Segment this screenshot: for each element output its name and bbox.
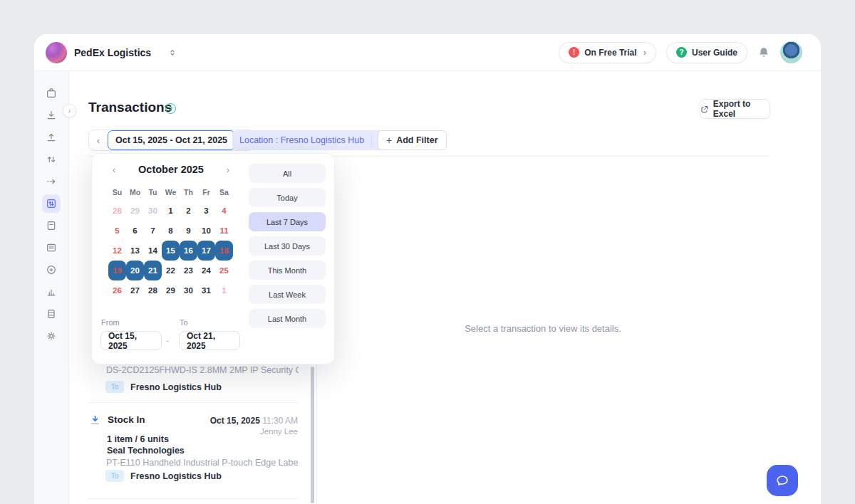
weekday-label: Su — [108, 188, 126, 196]
sidebar-item-stock-out[interactable] — [42, 128, 61, 147]
location-filter-chip[interactable]: Location : Fresno Logistics Hub × — [232, 130, 390, 150]
transaction-product: DS-2CD2125FHWD-IS 2.8MM 2MP IP Security … — [106, 365, 299, 375]
from-date-input[interactable]: Oct 15, 2025 — [100, 331, 162, 350]
sidebar-item-transfer[interactable] — [42, 150, 61, 169]
header-actions: ! On Free Trial › ? User Guide — [559, 41, 802, 63]
export-to-excel-button[interactable]: Export to Excel — [700, 99, 770, 119]
calendar-day[interactable]: 21 — [144, 261, 162, 280]
date-range-input[interactable]: Oct 15, 2025 - Oct 21, 2025 — [108, 130, 235, 150]
sidebar-item-layouts[interactable] — [42, 238, 61, 257]
calendar-day[interactable]: 6 — [126, 221, 144, 241]
prev-range-button[interactable]: ‹ — [89, 130, 108, 150]
transaction-summary: 1 item / 6 units — [107, 434, 169, 444]
export-label: Export to Excel — [713, 99, 770, 119]
calendar-day[interactable]: 13 — [126, 241, 144, 261]
calendar-day[interactable]: 22 — [162, 261, 180, 280]
to-badge: To — [105, 470, 124, 482]
calendar-day[interactable]: 20 — [126, 261, 144, 280]
calendar-day[interactable]: 29 — [126, 201, 144, 221]
stock-in-icon — [89, 414, 101, 429]
page-help-icon[interactable]: ? — [165, 103, 176, 114]
calendar-day[interactable]: 4 — [215, 201, 233, 221]
calendar-day[interactable]: 30 — [180, 280, 197, 300]
transaction-datetime: Oct 15, 2025 11:30 AM — [162, 416, 298, 426]
calendar-day[interactable]: 5 — [108, 221, 126, 241]
calendar-day[interactable]: 11 — [215, 221, 233, 241]
chat-launcher-button[interactable] — [767, 465, 798, 496]
calendar-day[interactable]: 23 — [180, 261, 197, 280]
sidebar-item-settings[interactable] — [42, 327, 61, 345]
calendar-day[interactable]: 12 — [108, 241, 126, 261]
notifications-bell-icon[interactable] — [757, 46, 770, 59]
org-switcher-chevrons-icon[interactable] — [168, 48, 177, 58]
calendar-day[interactable]: 30 — [144, 201, 162, 221]
weekday-label: Sa — [215, 188, 233, 196]
add-filter-button[interactable]: + Add Filter — [378, 130, 447, 150]
user-guide-button[interactable]: ? User Guide — [666, 42, 747, 63]
to-date-input[interactable]: Oct 21, 2025 — [179, 331, 240, 350]
sidebar-item-stock-in[interactable] — [42, 106, 61, 125]
calendar-day[interactable]: 14 — [144, 241, 162, 261]
calendar-day[interactable]: 24 — [197, 261, 215, 280]
sidebar-item-reports[interactable] — [42, 283, 61, 301]
user-avatar[interactable] — [780, 41, 802, 63]
calendar-day[interactable]: 15 — [162, 241, 180, 261]
quick-range-today[interactable]: Today — [249, 188, 326, 207]
quick-range-last-week[interactable]: Last Week — [249, 285, 326, 304]
sidebar-item-inventory-box[interactable] — [42, 84, 61, 103]
detail-empty-message: Select a transaction to view its details… — [316, 323, 770, 334]
sidebar-item-add-new[interactable] — [42, 261, 61, 279]
list-divider — [88, 402, 299, 403]
prev-month-icon[interactable]: ‹ — [108, 164, 120, 175]
quick-range-this-month[interactable]: This Month — [249, 261, 326, 280]
calendar-day[interactable]: 19 — [108, 261, 126, 280]
calendar-day[interactable]: 8 — [162, 221, 180, 241]
list-scrollbar[interactable] — [311, 367, 314, 503]
chat-bubble-icon — [774, 473, 790, 488]
sidebar-item-documents[interactable] — [42, 216, 61, 235]
calendar-day[interactable]: 26 — [108, 280, 126, 300]
calendar-day[interactable]: 27 — [126, 280, 144, 300]
quick-range-last-month[interactable]: Last Month — [249, 309, 326, 328]
calendar-day[interactable]: 17 — [197, 241, 215, 261]
calendar-day[interactable]: 16 — [180, 241, 197, 261]
transaction-product: PT-E110 Handheld Industrial P-touch Edge… — [106, 458, 299, 468]
calendar-day[interactable]: 29 — [162, 280, 180, 300]
quick-ranges: AllTodayLast 7 DaysLast 30 DaysThis Mont… — [249, 164, 326, 328]
calendar-day[interactable]: 2 — [180, 201, 197, 221]
org-switcher[interactable]: PedEx Logistics — [46, 42, 177, 63]
calendar-day[interactable]: 1 — [215, 280, 233, 300]
list-divider — [88, 498, 299, 499]
org-logo — [46, 42, 67, 63]
transaction-destination: To Fresno Logistics Hub — [105, 470, 222, 482]
next-month-icon[interactable]: › — [222, 164, 234, 175]
calendar-day[interactable]: 18 — [215, 241, 233, 261]
sidebar-expand-button[interactable]: › — [63, 104, 76, 117]
quick-range-last-30-days[interactable]: Last 30 Days — [249, 236, 326, 256]
destination-location: Fresno Logistics Hub — [130, 382, 222, 392]
weekday-label: Tu — [144, 188, 162, 196]
calendar-day[interactable]: 10 — [197, 221, 215, 241]
quick-range-all[interactable]: All — [249, 164, 326, 183]
calendar-day[interactable]: 3 — [197, 201, 215, 221]
sidebar-item-data-center[interactable] — [42, 305, 61, 323]
calendar-day[interactable]: 7 — [144, 221, 162, 241]
chevron-right-icon: › — [643, 47, 646, 58]
quick-range-last-7-days[interactable]: Last 7 Days — [249, 212, 326, 231]
free-trial-button[interactable]: ! On Free Trial › — [559, 42, 656, 63]
sidebar-item-move-out[interactable] — [42, 172, 61, 191]
transaction-vendor: Seal Technologies — [107, 446, 185, 456]
calendar-day[interactable]: 9 — [180, 221, 197, 241]
calendar-day[interactable]: 1 — [162, 201, 180, 221]
transaction-type: Stock In — [108, 414, 145, 425]
calendar-day[interactable]: 25 — [215, 261, 233, 280]
sidebar-item-transactions[interactable] — [42, 194, 61, 213]
left-sidebar — [34, 71, 69, 504]
calendar-day[interactable]: 31 — [197, 280, 215, 300]
trial-alert-icon: ! — [569, 47, 579, 58]
calendar-day[interactable]: 28 — [108, 201, 126, 221]
guide-question-icon: ? — [676, 47, 687, 58]
calendar-day[interactable]: 28 — [144, 280, 162, 300]
transaction-date: Oct 15, 2025 — [210, 416, 260, 426]
user-guide-label: User Guide — [692, 48, 737, 58]
